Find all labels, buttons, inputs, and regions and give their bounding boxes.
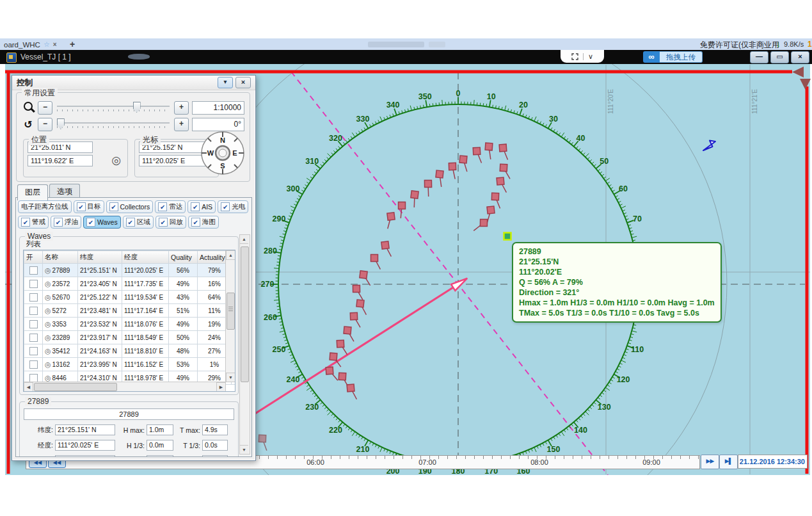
table-cell[interactable]: ◎3353 — [43, 318, 78, 331]
wave-marker[interactable] — [411, 191, 418, 198]
column-header-3[interactable]: 纬度 — [78, 251, 122, 264]
checkbox-icon[interactable]: ✔ — [159, 218, 168, 227]
wave-marker[interactable] — [480, 219, 487, 226]
table-cell[interactable]: ◎27889 — [43, 264, 78, 277]
wave-marker[interactable] — [350, 312, 357, 319]
table-cell[interactable]: 21°23.532' N — [78, 318, 122, 331]
checkbox-icon[interactable]: ✔ — [126, 218, 135, 227]
panel-section-scrollbar[interactable]: ▲ ▼ — [239, 234, 250, 455]
wave-marker[interactable] — [399, 202, 406, 209]
checkbox-icon[interactable]: ✔ — [158, 202, 167, 211]
table-cell[interactable]: 21°23.917' N — [78, 331, 122, 344]
table-row-27889[interactable]: ◎2788921°25.151' N111°20.025' E56%79%0. — [24, 264, 236, 277]
wave-marker[interactable] — [326, 367, 333, 375]
field-value[interactable]: 1.0m — [147, 424, 173, 435]
wave-marker[interactable] — [424, 180, 431, 187]
field-value[interactable]: 111°20.025' E — [55, 440, 115, 451]
table-cell[interactable]: ◎5272 — [43, 304, 78, 318]
checkbox-icon[interactable]: ✔ — [21, 218, 30, 227]
tab-close-icon[interactable]: × — [53, 41, 57, 48]
table-cell[interactable]: ◎52670 — [43, 291, 78, 304]
wave-marker[interactable] — [500, 164, 507, 172]
zoom-scale-value[interactable]: 1:10000 — [192, 101, 244, 115]
table-cell[interactable]: 21°23.405' N — [78, 277, 122, 291]
cloud-upload-widget[interactable]: ∞ 拖拽上传 — [643, 51, 703, 63]
row-checkbox[interactable] — [29, 360, 38, 369]
zoom-plus-button[interactable]: + — [174, 101, 189, 115]
field-value[interactable]: 0.0m — [147, 455, 173, 457]
row-checkbox[interactable] — [29, 293, 38, 302]
table-row-5272[interactable]: ◎527221°23.481' N111°17.164' E51%11%15. — [24, 304, 236, 318]
table-horizontal-scrollbar[interactable]: ◀ ▶ — [24, 382, 226, 391]
table-cell[interactable] — [24, 331, 43, 344]
field-value[interactable]: 4.9s — [202, 424, 228, 435]
wave-marker[interactable] — [371, 255, 378, 262]
table-cell[interactable]: ◎13162 — [43, 358, 78, 371]
layer-toggle-海图[interactable]: ✔海图 — [188, 216, 219, 229]
table-cell[interactable]: ◎35412 — [43, 344, 78, 358]
maximize-button[interactable]: ▭ — [770, 51, 789, 63]
scrollbar-thumb[interactable] — [34, 383, 117, 391]
rotate-plus-button[interactable]: + — [174, 118, 189, 131]
table-cell[interactable]: 48% — [169, 344, 198, 358]
zoom-minus-button[interactable]: − — [38, 101, 52, 115]
table-cell[interactable]: 111°18.549' E — [122, 331, 169, 344]
column-header-5[interactable]: Quality — [169, 251, 198, 264]
wave-marker[interactable] — [344, 327, 351, 334]
wave-marker[interactable] — [497, 177, 504, 185]
table-cell[interactable]: 21°23.481' N — [78, 304, 122, 318]
wave-marker[interactable] — [387, 213, 395, 220]
wave-marker[interactable] — [487, 206, 495, 214]
layer-toggle-雷达[interactable]: ✔雷达 — [155, 200, 186, 213]
compass-rose[interactable]: N E S W — [198, 129, 247, 177]
field-value[interactable]: 56% — [55, 455, 115, 457]
layer-toggle-光电[interactable]: ✔光电 — [218, 200, 248, 213]
row-checkbox[interactable] — [29, 374, 38, 382]
scroll-up-icon[interactable]: ▲ — [226, 250, 235, 260]
minimize-button[interactable]: — — [750, 51, 768, 63]
wave-marker[interactable] — [338, 373, 346, 380]
table-cell[interactable]: 111°20.025' E — [122, 264, 169, 277]
table-cell[interactable]: 111°17.735' E — [122, 277, 169, 291]
tab-图层[interactable]: 图层 — [17, 184, 48, 200]
layer-toggle-Waves[interactable]: ✔Waves — [83, 216, 121, 229]
cloud-icon[interactable]: ∞ — [643, 51, 660, 63]
layer-toggle-电子距离方位线[interactable]: 电子距离方位线 — [18, 200, 72, 213]
field-value[interactable]: 0.0m — [147, 440, 173, 451]
table-cell[interactable] — [24, 318, 43, 331]
column-header-2[interactable]: 名称 — [43, 251, 78, 264]
layer-toggle-目标[interactable]: ✔目标 — [74, 200, 104, 213]
position-lon-field[interactable]: 111°19.622' E — [28, 155, 93, 166]
scrollbar-thumb[interactable] — [227, 293, 235, 330]
wave-marker[interactable] — [473, 147, 481, 155]
checkbox-icon[interactable]: ✔ — [109, 202, 118, 211]
checkbox-icon[interactable]: ✔ — [86, 218, 95, 227]
table-cell[interactable]: 53% — [169, 358, 198, 371]
table-cell[interactable]: 51% — [169, 304, 198, 318]
wave-marker[interactable] — [485, 143, 493, 150]
table-row-23289[interactable]: ◎2328921°23.917' N111°18.549' E50%24%16. — [24, 331, 236, 344]
row-checkbox[interactable] — [29, 266, 38, 275]
row-checkbox[interactable] — [29, 320, 38, 328]
table-row-23572[interactable]: ◎2357221°23.405' N111°17.735' E49%16%16. — [24, 277, 236, 291]
browser-tab[interactable]: oard_WHC ☆ × — [0, 39, 61, 50]
layer-toggle-浮油[interactable]: ✔浮油 — [51, 216, 81, 229]
drag-upload-button[interactable]: 拖拽上传 — [660, 51, 703, 63]
skip-to-end-button[interactable]: ▶▌ — [719, 455, 738, 469]
checkbox-icon[interactable]: ✔ — [191, 202, 200, 211]
chevron-down-icon[interactable]: ∨ — [588, 52, 593, 61]
table-cell[interactable] — [24, 264, 43, 277]
table-cell[interactable]: 111°17.164' E — [122, 304, 169, 318]
wave-marker[interactable] — [259, 435, 266, 442]
wave-marker[interactable] — [436, 170, 443, 178]
wave-name-field[interactable]: 27889 — [24, 408, 234, 420]
wave-marker[interactable] — [356, 300, 364, 307]
table-cell[interactable] — [24, 291, 43, 304]
close-button[interactable]: × — [791, 51, 809, 63]
column-header-4[interactable]: 经度 — [122, 251, 169, 264]
zoom-slider[interactable] — [56, 101, 171, 115]
layer-toggle-回放[interactable]: ✔回放 — [155, 216, 186, 229]
fast-forward-button[interactable]: ▶▶ — [701, 455, 719, 469]
table-cell[interactable] — [24, 277, 43, 291]
scroll-up-icon[interactable]: ▲ — [240, 235, 248, 244]
